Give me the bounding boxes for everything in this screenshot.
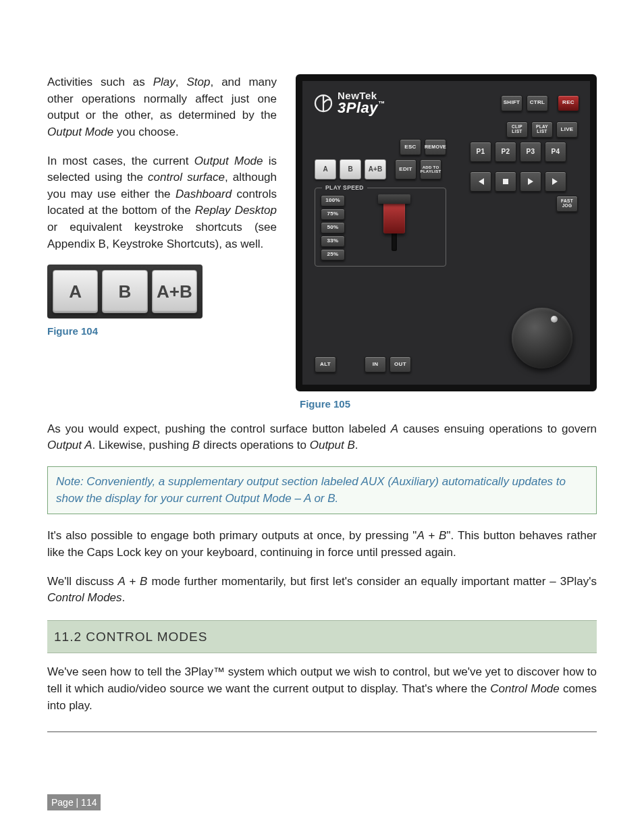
- out-key: OUT: [390, 356, 411, 372]
- italic: Output Mode: [194, 155, 263, 167]
- live-key: LIVE: [556, 121, 578, 138]
- italic: B: [192, 439, 200, 451]
- speed-75: 75%: [321, 209, 345, 220]
- clip-list-key: CLIP LIST: [506, 121, 528, 138]
- speed-50: 50%: [321, 222, 345, 233]
- text: We'll discuss: [47, 575, 118, 588]
- italic: Control Mode: [490, 682, 559, 695]
- a-key: A: [315, 159, 336, 180]
- text: It's also possible to engage both primar…: [47, 529, 417, 542]
- add-to-playlist-key: ADD TO PLAYLIST: [420, 159, 441, 180]
- speed-25: 25%: [321, 249, 345, 260]
- italic: Replay Desktop: [195, 204, 277, 217]
- italic: Play: [153, 76, 176, 88]
- edit-key: EDIT: [395, 159, 417, 180]
- note-box: Note: Conveniently, a supplementary outp…: [47, 466, 597, 514]
- text: In most cases, the current: [47, 155, 194, 167]
- italic: Stop: [187, 76, 211, 88]
- prev-key: [470, 171, 491, 192]
- footer-rule: [47, 732, 597, 732]
- speed-33: 33%: [321, 236, 345, 247]
- ctrl-key: CTRL: [527, 95, 548, 111]
- italic: control surface: [148, 171, 225, 184]
- in-key: IN: [365, 356, 386, 372]
- text: causes ensuing operations to govern: [398, 422, 597, 435]
- text: or equivalent keystroke shortcuts (see A…: [47, 221, 277, 250]
- p1-key: P1: [470, 142, 491, 162]
- p3-key: P3: [520, 142, 541, 162]
- remove-key: REMOVE: [425, 139, 446, 155]
- rec-key: REC: [558, 95, 579, 111]
- italic: Control Modes: [47, 591, 122, 604]
- paragraph-6: We've seen how to tell the 3Play™ system…: [47, 664, 597, 714]
- text: directs operations to: [200, 439, 310, 451]
- play-speed-label: PLAY SPEED: [322, 184, 367, 192]
- speed-100: 100%: [321, 195, 345, 206]
- paragraph-3: As you would expect, pushing the control…: [47, 421, 597, 454]
- svg-rect-1: [503, 179, 508, 184]
- page-number: Page | 114: [47, 794, 101, 810]
- key-b: B: [102, 270, 147, 313]
- paragraph-5: We'll discuss A + B mode further momenta…: [47, 574, 597, 607]
- figure-104: A B A+B Figure 104: [47, 265, 203, 339]
- paragraph-1: Activities such as Play, Stop, and many …: [47, 74, 277, 141]
- newtek-icon: [313, 93, 333, 113]
- italic: Output B: [310, 439, 355, 451]
- brand-main: 3Play: [338, 99, 378, 116]
- italic: A + B: [417, 529, 446, 542]
- text: you choose.: [113, 126, 178, 138]
- key-a-plus-b: A+B: [152, 270, 197, 313]
- t-bar: [357, 193, 431, 259]
- shift-key: SHIFT: [501, 95, 522, 111]
- text: As you would expect, pushing the control…: [47, 422, 391, 435]
- text: . Likewise, pushing: [92, 439, 192, 451]
- italic: A + B: [118, 575, 148, 588]
- figure-105-caption: Figure 105: [300, 397, 597, 412]
- p4-key: P4: [545, 142, 566, 162]
- jog-wheel: [512, 308, 572, 368]
- section-heading: 11.2 CONTROL MODES: [47, 620, 597, 654]
- esc-key: ESC: [400, 139, 421, 155]
- play-speed-group: PLAY SPEED 100% 75% 50% 33% 25%: [315, 188, 446, 267]
- figure-104-caption: Figure 104: [47, 324, 203, 339]
- italic: Output Mode: [47, 126, 113, 138]
- text: mode further momentarily, but first let'…: [147, 575, 597, 588]
- figure-104-panel: A B A+B: [47, 265, 203, 319]
- key-a: A: [53, 270, 98, 313]
- next-key: [545, 171, 566, 192]
- text: Activities such as: [47, 76, 153, 88]
- italic: Output A: [47, 439, 92, 451]
- alt-key: ALT: [315, 356, 336, 372]
- italic: Dashboard: [176, 188, 232, 200]
- paragraph-2: In most cases, the current Output Mode i…: [47, 153, 277, 253]
- brand-logo: NewTek 3Play™: [313, 90, 385, 115]
- figure-105-panel: NewTek 3Play™ SHIFT CTRL REC ESC REMOVE …: [296, 74, 597, 391]
- ab-key: A+B: [365, 159, 386, 180]
- text: ,: [176, 76, 187, 88]
- paragraph-4: It's also possible to engage both primar…: [47, 528, 597, 561]
- fast-jog-key: FAST JOG: [556, 196, 578, 212]
- p2-key: P2: [495, 142, 516, 162]
- stop-key: [495, 171, 516, 192]
- text: .: [122, 591, 126, 604]
- play-key: [520, 171, 541, 192]
- italic: A: [391, 422, 398, 435]
- play-list-key: PLAY LIST: [531, 121, 553, 138]
- b-key: B: [340, 159, 361, 180]
- text: .: [355, 439, 358, 451]
